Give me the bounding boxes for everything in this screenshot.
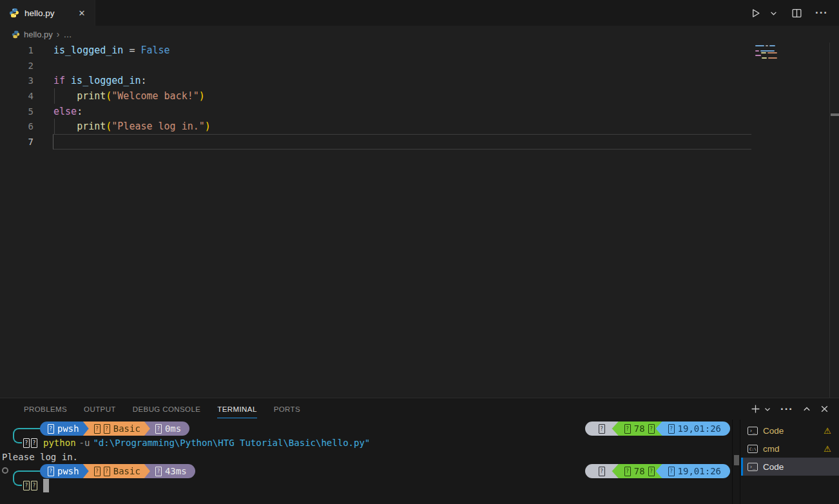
- minimap-line: [755, 48, 777, 49]
- terminal-tabs-list: CodecmdCode: [741, 422, 839, 476]
- code-text: is_logged_in = False: [53, 44, 170, 56]
- code-line[interactable]: 2: [0, 58, 829, 73]
- breadcrumb-more[interactable]: …: [63, 30, 72, 39]
- python-file-icon: [9, 8, 19, 18]
- terminal-content[interactable]: ?pwsh??Basic?0ms??78??19,01:26??python -…: [1, 422, 732, 492]
- vscode-window: hello.py hello.py …: [0, 0, 839, 504]
- run-dropdown-button[interactable]: [768, 5, 779, 21]
- tab-close-button[interactable]: [75, 6, 88, 19]
- terminal-input-row[interactable]: ??: [1, 478, 732, 492]
- prompt-connector: [13, 428, 22, 443]
- code-text: else:: [53, 106, 82, 117]
- prompt-segment-basic: ??Basic: [83, 464, 150, 478]
- minimap-line: [755, 50, 777, 52]
- code-text: if is_logged_in:: [53, 75, 147, 86]
- terminal-cursor: [43, 479, 49, 492]
- ellipsis-icon: [780, 403, 793, 416]
- missing-glyph-icon: ?: [648, 467, 655, 476]
- code-line[interactable]: 1is_logged_in = False: [0, 43, 829, 58]
- python-file-icon: [12, 30, 20, 39]
- minimap[interactable]: [755, 45, 777, 60]
- cursor-position-marker: [831, 113, 839, 116]
- tab-label: hello.py: [24, 8, 55, 18]
- prompt-segment-status: ?19,01:26: [656, 464, 730, 478]
- code-text: print("Please log in."): [53, 121, 211, 132]
- terminal-tab-item-code[interactable]: Code: [741, 458, 839, 476]
- code-line[interactable]: 4 print("Welcome back!"): [0, 88, 829, 104]
- missing-glyph-icon: ?: [31, 481, 37, 490]
- panel-more-actions-button[interactable]: [780, 403, 793, 416]
- missing-glyph-icon: ?: [104, 424, 110, 434]
- panel-tabs: PROBLEMSOUTPUTDEBUG CONSOLETERMINALPORTS: [0, 398, 839, 420]
- line-number: 2: [0, 61, 34, 71]
- cmd-icon: [747, 445, 758, 453]
- terminal-profile-dropdown[interactable]: [764, 406, 771, 412]
- code-line[interactable]: 7: [0, 134, 829, 150]
- missing-glyph-icon: ?: [599, 467, 605, 476]
- indent-guide-icon: [54, 119, 55, 134]
- missing-glyph-icon: ?: [23, 438, 30, 448]
- panel-tab-terminal[interactable]: TERMINAL: [209, 398, 265, 420]
- scrollbar-thumb[interactable]: [734, 455, 739, 465]
- close-icon: [820, 405, 829, 413]
- panel-tab-ports[interactable]: PORTS: [265, 398, 309, 420]
- chevron-down-icon: [764, 406, 771, 412]
- close-panel-button[interactable]: [820, 405, 829, 413]
- code-line[interactable]: 6 print("Please log in."): [0, 119, 829, 134]
- overview-ruler[interactable]: [829, 43, 839, 398]
- line-number: 1: [0, 45, 34, 55]
- run-button[interactable]: [748, 5, 763, 21]
- terminal-scrollbar[interactable]: [732, 420, 740, 504]
- code-line[interactable]: 5else:: [0, 104, 829, 119]
- code-lines: 1is_logged_in = False23if is_logged_in:4…: [0, 43, 829, 150]
- missing-glyph-icon: ?: [31, 438, 37, 448]
- panel-tab-output[interactable]: OUTPUT: [75, 398, 124, 420]
- terminal-prompt-row: ?pwsh??Basic?0ms??78??19,01:26: [1, 422, 732, 436]
- warning-icon: [824, 444, 831, 454]
- missing-glyph-icon: ?: [94, 424, 101, 434]
- minimap-line: [755, 52, 777, 53]
- split-editor-button[interactable]: [789, 5, 804, 21]
- terminal-tab-item-code[interactable]: Code: [741, 422, 839, 440]
- play-icon: [750, 8, 761, 19]
- new-terminal-button[interactable]: [751, 404, 760, 414]
- missing-glyph-icon: ?: [648, 424, 655, 434]
- missing-glyph-icon: ?: [94, 467, 101, 476]
- ellipsis-icon: [815, 6, 828, 19]
- terminal-tab-item-cmd[interactable]: cmd: [741, 440, 839, 458]
- minimap-line: [755, 57, 777, 59]
- line-number: 5: [0, 106, 34, 117]
- terminal-icon: [747, 427, 758, 435]
- line-number: 7: [0, 137, 34, 147]
- chevron-right-icon: [57, 29, 60, 39]
- minimap-line: [755, 55, 777, 56]
- panel-actions: [751, 398, 829, 420]
- terminal-rows: ?pwsh??Basic?0ms??78??19,01:26??python -…: [1, 422, 732, 492]
- prompt-connector-arm: [21, 428, 41, 429]
- plus-icon: [751, 404, 760, 414]
- line-number: 3: [0, 75, 34, 86]
- missing-glyph-icon: ?: [668, 467, 675, 476]
- terminal-command-row: ??python -u "d:\Programming\Python\HTG T…: [1, 436, 732, 450]
- prompt-connector-arm: [21, 470, 41, 472]
- panel-tab-debug-console[interactable]: DEBUG CONSOLE: [124, 398, 209, 420]
- code-editor[interactable]: 1is_logged_in = False23if is_logged_in:4…: [0, 43, 829, 398]
- breadcrumb-item-file[interactable]: hello.py: [24, 30, 53, 39]
- prompt-segment-43ms: ?43ms: [144, 464, 195, 478]
- command-decoration-icon[interactable]: [2, 467, 8, 474]
- code-text: print("Welcome back!"): [53, 90, 205, 102]
- line-number: 6: [0, 121, 34, 131]
- missing-glyph-icon: ?: [104, 467, 110, 476]
- prompt-segment-basic: ??Basic: [83, 422, 150, 436]
- terminal-output-row: Please log in.: [1, 450, 732, 464]
- code-line[interactable]: 3if is_logged_in:: [0, 73, 829, 88]
- missing-glyph-icon: ?: [668, 424, 675, 434]
- missing-glyph-icon: ?: [624, 467, 631, 476]
- editor-actions: [748, 0, 830, 26]
- maximize-panel-button[interactable]: [803, 405, 811, 413]
- panel-tab-problems[interactable]: PROBLEMS: [15, 398, 75, 420]
- more-actions-button[interactable]: [813, 5, 830, 21]
- missing-glyph-icon: ?: [48, 467, 54, 476]
- editor-tab-hello-py[interactable]: hello.py: [0, 0, 95, 26]
- close-icon: [79, 8, 86, 18]
